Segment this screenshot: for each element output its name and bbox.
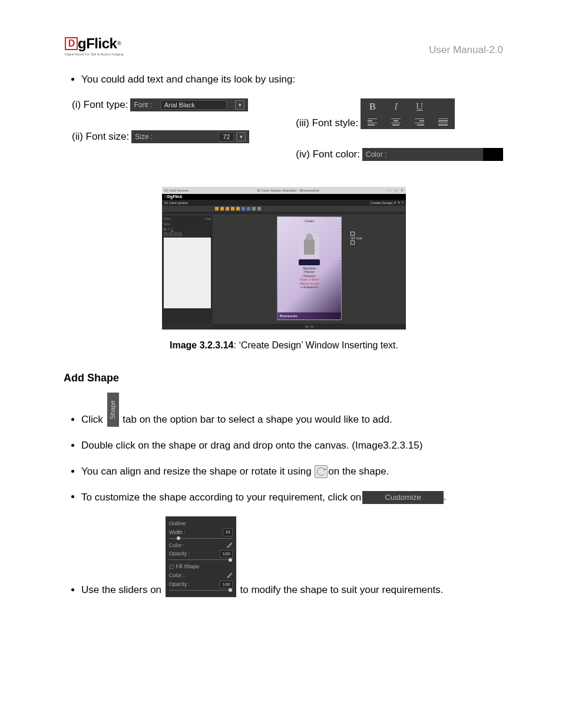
underline-button[interactable]: U	[408, 98, 431, 115]
shape-rotate-bullet: You can align and resize the shape or ro…	[81, 465, 503, 479]
rotate-icon[interactable]	[315, 465, 328, 478]
logo-text: gFlick	[78, 35, 117, 52]
fill-opacity-slider[interactable]	[169, 590, 233, 591]
eyedropper-icon[interactable]	[227, 542, 233, 548]
customize-button[interactable]: Customize	[362, 491, 443, 504]
font-style-label: (iii) Font style:	[296, 117, 358, 129]
font-type-label: (i) Font type:	[72, 99, 128, 111]
page-header: D gFlick ® Digital World For Still & Mot…	[65, 35, 503, 56]
font-field-label: Font :	[134, 101, 152, 109]
app-screenshot: ID Card Xpress ID Card Xpress Standard -…	[65, 187, 503, 330]
shape-tab-button[interactable]: Shape	[107, 393, 119, 427]
align-center-button[interactable]	[384, 115, 408, 129]
font-type-value: Arial Black	[161, 100, 227, 110]
intro-bullet: You could add text and change its look b…	[81, 73, 503, 87]
shape-customize-bullet: To customize the shape according to your…	[81, 490, 503, 504]
font-type-dropdown[interactable]: Font : Arial Black ▾	[130, 98, 248, 111]
shape-dblclick-bullet: Double click on the shape or drag and dr…	[81, 439, 503, 453]
registered-icon: ®	[117, 41, 121, 47]
image-caption: Image 3.2.3.14: ‘Create Design’ Window I…	[65, 340, 503, 351]
manual-title: User Manual-2.0	[429, 44, 503, 56]
size-field-label: Size :	[135, 133, 153, 141]
color-swatch[interactable]	[482, 148, 503, 161]
logo: D gFlick ® Digital World For Still & Mot…	[65, 35, 127, 56]
shape-sliders-panel[interactable]: Outline Width :10 Color : Opacity :100 ▢…	[166, 516, 236, 597]
color-field-label: Color :	[366, 150, 386, 159]
shape-click-bullet: Click Shape tab on the option bar to sel…	[81, 393, 503, 427]
align-left-button[interactable]	[361, 115, 384, 129]
section-heading: Add Shape	[64, 372, 503, 384]
font-size-dropdown[interactable]: Size : 72 ▾	[131, 130, 249, 143]
align-right-button[interactable]	[408, 115, 431, 129]
font-color-picker[interactable]: Color :	[362, 148, 483, 161]
font-color-label: (iv) Font color:	[296, 149, 360, 160]
dropdown-arrow-icon[interactable]: ▾	[235, 100, 244, 110]
logo-tagline: Digital World For Still & Motion Imaging	[65, 52, 127, 56]
eyedropper-icon[interactable]	[227, 572, 233, 578]
width-slider[interactable]	[169, 538, 233, 539]
font-size-label: (ii) Font size:	[72, 131, 129, 143]
italic-button[interactable]: I	[384, 98, 408, 115]
font-size-value: 72	[219, 132, 234, 141]
dropdown-arrow-icon[interactable]: ▾	[236, 132, 246, 141]
bold-button[interactable]: B	[361, 98, 384, 115]
opacity-slider[interactable]	[169, 559, 233, 560]
style-button-grid: B I U	[361, 98, 455, 129]
shape-sliders-bullet: Use the sliders on Outline Width :10 Col…	[81, 516, 503, 597]
align-justify-button[interactable]	[431, 115, 455, 129]
logo-d-icon: D	[65, 37, 78, 50]
